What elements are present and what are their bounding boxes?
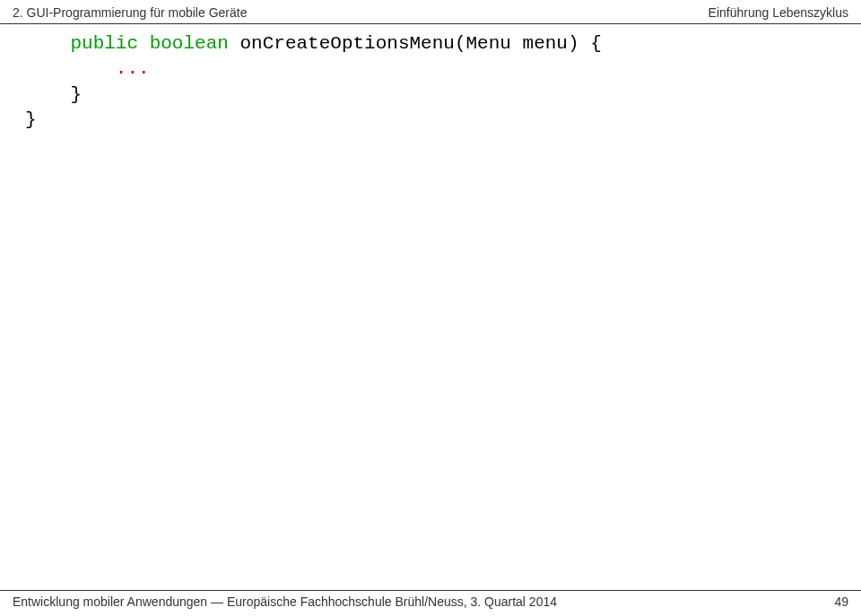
slide-footer: Entwicklung mobiler Anwendungen — Europä… bbox=[0, 590, 861, 616]
header-section-title: 2. GUI-Programmierung für mobile Geräte bbox=[13, 5, 247, 20]
slide-content: public boolean onCreateOptionsMenu(Menu … bbox=[0, 24, 861, 133]
code-line-4: } bbox=[25, 109, 37, 130]
header-subsection-title: Einführung Lebenszyklus bbox=[709, 5, 848, 20]
slide-header: 2. GUI-Programmierung für mobile Geräte … bbox=[0, 0, 861, 23]
footer-text: Entwicklung mobiler Anwendungen — Europä… bbox=[13, 594, 557, 609]
code-line-2: ... bbox=[25, 58, 150, 79]
page-number: 49 bbox=[834, 594, 848, 609]
code-line-3: } bbox=[25, 84, 82, 105]
code-line-1: public boolean onCreateOptionsMenu(Menu … bbox=[25, 33, 602, 54]
code-block: public boolean onCreateOptionsMenu(Menu … bbox=[25, 31, 836, 133]
